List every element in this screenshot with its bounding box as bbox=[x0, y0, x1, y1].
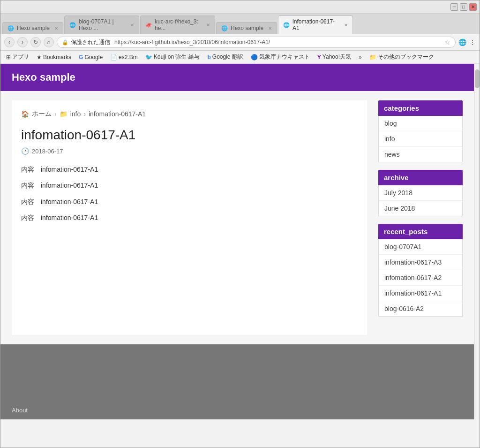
archive-june-2018[interactable]: June 2018 bbox=[379, 201, 462, 216]
google-icon: G bbox=[79, 54, 83, 61]
archive-july-link[interactable]: July 2018 bbox=[384, 189, 412, 197]
clock-icon: 🕐 bbox=[21, 147, 29, 155]
address-bar: ‹ › ↻ ⌂ 🔒 保護された通信 https://kuc-arc-f.gith… bbox=[0, 34, 480, 51]
categories-heading: categories bbox=[378, 100, 463, 116]
archive-heading: archive bbox=[378, 170, 463, 185]
bookmark-google1-label: Google bbox=[84, 54, 103, 61]
translate-bm-icon: b bbox=[207, 54, 210, 61]
star-icon[interactable]: ☆ bbox=[444, 38, 450, 46]
menu-icon[interactable]: ⋮ bbox=[469, 38, 476, 46]
breadcrumb: 🏠 ホーム › 📁 info › infomation-0617-A1 bbox=[21, 110, 358, 118]
tab-close-4[interactable]: ✕ bbox=[268, 26, 272, 31]
recent-post-3[interactable]: infomation-0617-A2 bbox=[379, 270, 462, 286]
recent-post-4[interactable]: infomation-0617-A1 bbox=[379, 286, 462, 301]
category-news-link[interactable]: news bbox=[384, 151, 400, 158]
bookmark-apps-label: アプリ bbox=[12, 53, 29, 61]
bookmark-more[interactable]: » bbox=[357, 53, 364, 61]
bookmark-other-label: その他のブックマーク bbox=[378, 53, 434, 61]
tab-hexo-sample-2[interactable]: 🌐 Hexo sample ✕ bbox=[216, 22, 277, 34]
bookmark-weather1[interactable]: 🔵 気象庁ナウキャスト bbox=[249, 52, 312, 62]
recent-post-5-link[interactable]: blog-0616-A2 bbox=[384, 305, 424, 312]
bookmark-yahoo[interactable]: Y Yahoo!天気 bbox=[315, 52, 353, 62]
bookmark-doc[interactable]: 📄 es2.Bm bbox=[108, 53, 140, 61]
bookmark-google1[interactable]: G Google bbox=[77, 53, 105, 61]
translate-icon[interactable]: 🌐 bbox=[458, 38, 466, 46]
content-line-3: 内容 infomation-0617-A1 bbox=[21, 197, 358, 207]
tab-close-1[interactable]: ✕ bbox=[54, 26, 58, 31]
weather1-icon: 🔵 bbox=[251, 54, 258, 61]
recent-post-1[interactable]: blog-0707A1 bbox=[379, 239, 462, 255]
reload-button[interactable]: ↻ bbox=[30, 37, 41, 47]
home-icon: 🏠 bbox=[21, 110, 29, 118]
tab-label-2: blog-0707A1 | Hexo ... bbox=[79, 18, 126, 31]
tab-close-2[interactable]: ✕ bbox=[130, 23, 134, 28]
tab-infomation-active[interactable]: 🌐 infomation-0617-A1 ✕ bbox=[278, 15, 353, 34]
recent-post-1-link[interactable]: blog-0707A1 bbox=[384, 243, 421, 251]
tab-hexo-sample-1[interactable]: 🌐 Hexo sample ✕ bbox=[2, 22, 63, 34]
archive-july-2018[interactable]: July 2018 bbox=[379, 185, 462, 201]
sidebar-categories: categories blog info news bbox=[378, 100, 463, 162]
tab-label-1: Hexo sample bbox=[17, 25, 50, 31]
recent-post-2[interactable]: infomation-0617-A3 bbox=[379, 255, 462, 270]
star-bm-icon: ★ bbox=[37, 54, 42, 61]
back-button[interactable]: ‹ bbox=[4, 37, 15, 47]
scroll-thumb[interactable] bbox=[475, 69, 480, 88]
bookmark-twitter[interactable]: 🐦 Kouji on 弥生-給与 bbox=[143, 52, 202, 62]
close-button[interactable]: ✕ bbox=[469, 3, 477, 11]
tab-label-5: infomation-0617-A1 bbox=[292, 18, 339, 31]
recent-post-4-link[interactable]: infomation-0617-A1 bbox=[384, 289, 442, 297]
lock-icon: 🔒 bbox=[62, 39, 68, 46]
category-blog-link[interactable]: blog bbox=[384, 120, 397, 127]
site-header: Hexo sample bbox=[0, 64, 474, 91]
tab-blog-0707[interactable]: 🌐 blog-0707A1 | Hexo ... ✕ bbox=[64, 15, 139, 34]
bookmark-translate[interactable]: b Google 翻訳 bbox=[205, 52, 245, 62]
url-text: https://kuc-arc-f.github.io/hexo_3/2018/… bbox=[114, 39, 270, 46]
scroll-track[interactable] bbox=[474, 64, 480, 419]
folder-icon: 📁 bbox=[369, 54, 376, 61]
bookmark-bookmarks[interactable]: ★ Bookmarks bbox=[35, 53, 73, 61]
archive-june-link[interactable]: June 2018 bbox=[384, 205, 415, 212]
content-line-1: 内容 infomation-0617-A1 bbox=[21, 164, 358, 175]
bookmark-bookmarks-label: Bookmarks bbox=[43, 54, 71, 61]
sidebar-archive: archive July 2018 June 2018 bbox=[378, 170, 463, 216]
bookmarks-bar: ⊞ アプリ ★ Bookmarks G Google 📄 es2.Bm 🐦 Ko… bbox=[0, 51, 480, 64]
main-layout: 🏠 ホーム › 📁 info › infomation-0617-A1 info… bbox=[0, 91, 474, 344]
breadcrumb-current: infomation-0617-A1 bbox=[89, 110, 146, 118]
content-line-2: 内容 infomation-0617-A1 bbox=[21, 180, 358, 190]
category-info-link[interactable]: info bbox=[384, 135, 395, 143]
tab-label-4: Hexo sample bbox=[231, 25, 263, 31]
footer-about[interactable]: About bbox=[12, 407, 28, 414]
tab-kuc-arc[interactable]: 🐙 kuc-arc-f/hexo_3: he... ✕ bbox=[140, 15, 215, 34]
category-news[interactable]: news bbox=[379, 147, 462, 162]
title-bar: ─ □ ✕ bbox=[0, 0, 480, 14]
content-area: 🏠 ホーム › 📁 info › infomation-0617-A1 info… bbox=[12, 100, 367, 335]
maximize-button[interactable]: □ bbox=[460, 3, 467, 11]
footer-area: About bbox=[0, 344, 474, 419]
minimize-button[interactable]: ─ bbox=[450, 3, 458, 11]
bookmark-other[interactable]: 📁 その他のブックマーク bbox=[368, 52, 436, 62]
recent-post-5[interactable]: blog-0616-A2 bbox=[379, 301, 462, 316]
post-date: 🕐 2018-06-17 bbox=[21, 147, 358, 155]
category-blog[interactable]: blog bbox=[379, 116, 462, 131]
tab-close-3[interactable]: ✕ bbox=[206, 23, 210, 28]
more-label: » bbox=[359, 54, 362, 61]
url-bar[interactable]: 🔒 保護された通信 https://kuc-arc-f.github.io/he… bbox=[57, 37, 456, 48]
tab-favicon-1: 🌐 bbox=[8, 25, 14, 31]
recent-post-3-link[interactable]: infomation-0617-A2 bbox=[384, 274, 442, 281]
category-info[interactable]: info bbox=[379, 131, 462, 147]
recent-list: blog-0707A1 infomation-0617-A3 infomatio… bbox=[378, 239, 463, 317]
tab-favicon-4: 🌐 bbox=[221, 25, 228, 31]
recent-post-2-link[interactable]: infomation-0617-A3 bbox=[384, 258, 442, 266]
post-title: infomation-0617-A1 bbox=[21, 128, 358, 143]
recent-heading: recent_posts bbox=[378, 224, 463, 239]
breadcrumb-home[interactable]: ホーム bbox=[32, 110, 52, 118]
yahoo-icon: Y bbox=[317, 54, 321, 61]
site-title: Hexo sample bbox=[12, 71, 463, 84]
forward-button[interactable]: › bbox=[17, 37, 28, 47]
tab-close-5[interactable]: ✕ bbox=[344, 23, 348, 28]
folder-breadcrumb-icon: 📁 bbox=[60, 110, 68, 118]
tab-favicon-5: 🌐 bbox=[283, 22, 290, 28]
breadcrumb-info[interactable]: info bbox=[70, 110, 81, 118]
home-button[interactable]: ⌂ bbox=[44, 37, 54, 47]
bookmark-apps[interactable]: ⊞ アプリ bbox=[4, 52, 31, 62]
